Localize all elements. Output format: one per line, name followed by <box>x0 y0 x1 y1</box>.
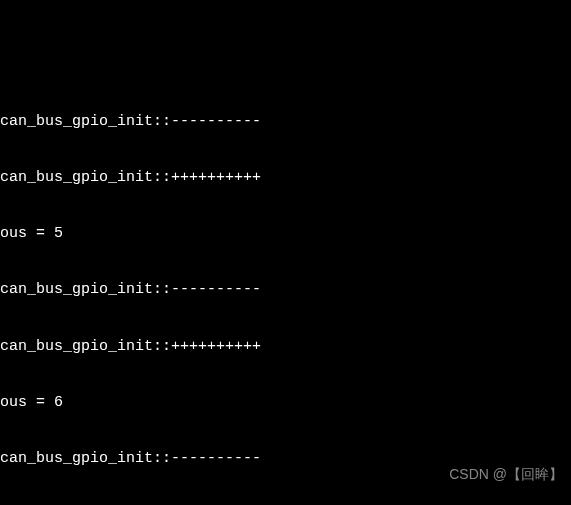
terminal-output: can_bus_gpio_init::---------- can_bus_gp… <box>0 75 571 505</box>
log-line: can_bus_gpio_init::++++++++++ <box>0 338 571 357</box>
log-line: can_bus_gpio_init::---------- <box>0 450 571 469</box>
log-line: can_bus_gpio_init::---------- <box>0 281 571 300</box>
log-line: can_bus_gpio_init::++++++++++ <box>0 169 571 188</box>
log-line: ous = 5 <box>0 225 571 244</box>
log-line: can_bus_gpio_init::---------- <box>0 113 571 132</box>
log-line: ous = 6 <box>0 394 571 413</box>
